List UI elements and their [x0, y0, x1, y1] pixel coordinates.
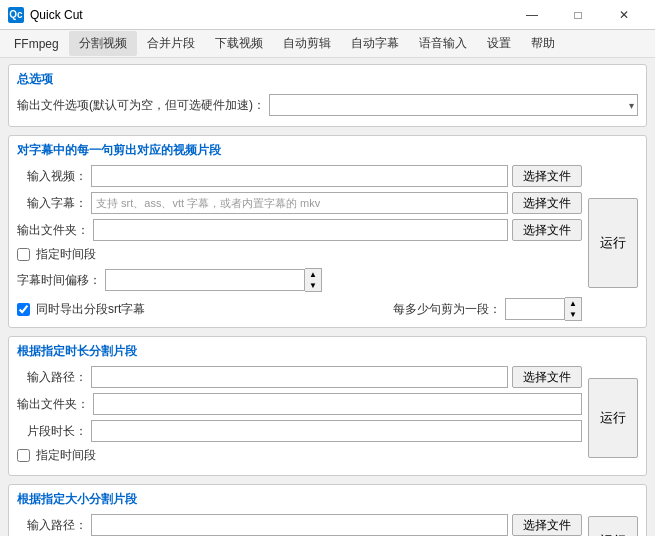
general-section: 总选项 输出文件选项(默认可为空，但可选硬件加速)： — [8, 64, 647, 127]
menu-settings[interactable]: 设置 — [477, 31, 521, 56]
menu-auto-cut[interactable]: 自动剪辑 — [273, 31, 341, 56]
subtitle-cut-body: 输入视频： 选择文件 输入字幕： 选择文件 输出文件夹： 选择文件 — [17, 165, 638, 321]
size-cut-body: 输入路径： 选择文件 输出文件夹： 运行 — [17, 514, 638, 536]
subtitle-cut-run-container: 运行 — [588, 165, 638, 321]
subtitle-offset-label: 字幕时间偏移： — [17, 272, 101, 289]
segments-part: 每多少句剪为一段： 1 ▲ ▼ — [393, 297, 582, 321]
duration-cut-section: 根据指定时长分割片段 输入路径： 选择文件 输出文件夹： 片段时长： — [8, 336, 647, 476]
main-content: 总选项 输出文件选项(默认可为空，但可选硬件加速)： 对字幕中的每一句剪出对应的… — [0, 58, 655, 536]
size-input-path-row: 输入路径： 选择文件 — [17, 514, 582, 536]
menu-download-video[interactable]: 下载视频 — [205, 31, 273, 56]
size-input-path-label: 输入路径： — [17, 517, 87, 534]
segments-up-button[interactable]: ▲ — [565, 298, 581, 309]
duration-cut-run-button[interactable]: 运行 — [588, 378, 638, 458]
export-subtitle-checkbox[interactable] — [17, 303, 30, 316]
input-subtitle-row: 输入字幕： 选择文件 — [17, 192, 582, 214]
duration-output-folder-label: 输出文件夹： — [17, 396, 89, 413]
duration-input-path-field[interactable] — [91, 366, 508, 388]
title-bar: Qc Quick Cut — □ ✕ — [0, 0, 655, 30]
segments-label: 每多少句剪为一段： — [393, 301, 501, 318]
select-folder-button[interactable]: 选择文件 — [512, 219, 582, 241]
close-button[interactable]: ✕ — [601, 0, 647, 30]
menu-help[interactable]: 帮助 — [521, 31, 565, 56]
menu-merge-clips[interactable]: 合并片段 — [137, 31, 205, 56]
duration-cut-body: 输入路径： 选择文件 输出文件夹： 片段时长： 指定时间段 — [17, 366, 638, 469]
duration-field[interactable] — [91, 420, 582, 442]
segments-input[interactable]: 1 — [505, 298, 565, 320]
subtitle-offset-input[interactable]: 0.00 — [105, 269, 305, 291]
window-controls: — □ ✕ — [509, 0, 647, 30]
duration-output-folder-field[interactable] — [93, 393, 582, 415]
subtitle-offset-down-button[interactable]: ▼ — [305, 280, 321, 291]
segments-down-button[interactable]: ▼ — [565, 309, 581, 320]
duration-label: 片段时长： — [17, 423, 87, 440]
subtitle-cut-fields: 输入视频： 选择文件 输入字幕： 选择文件 输出文件夹： 选择文件 — [17, 165, 582, 321]
subtitle-offset-up-button[interactable]: ▲ — [305, 269, 321, 280]
output-folder-field[interactable] — [93, 219, 508, 241]
general-section-title: 总选项 — [17, 71, 638, 88]
export-segments-row: 同时导出分段srt字幕 每多少句剪为一段： 1 ▲ ▼ — [17, 297, 582, 321]
size-cut-fields: 输入路径： 选择文件 输出文件夹： — [17, 514, 582, 536]
subtitle-cut-section: 对字幕中的每一句剪出对应的视频片段 输入视频： 选择文件 输入字幕： 选择文件 … — [8, 135, 647, 328]
specify-time-range-row: 指定时间段 — [17, 246, 582, 263]
subtitle-offset-row: 字幕时间偏移： 0.00 ▲ ▼ — [17, 268, 582, 292]
duration-cut-title: 根据指定时长分割片段 — [17, 343, 638, 360]
menu-bar: FFmpeg 分割视频 合并片段 下载视频 自动剪辑 自动字幕 语音输入 设置 … — [0, 30, 655, 58]
size-select-file-button[interactable]: 选择文件 — [512, 514, 582, 536]
size-cut-title: 根据指定大小分割片段 — [17, 491, 638, 508]
duration-cut-fields: 输入路径： 选择文件 输出文件夹： 片段时长： 指定时间段 — [17, 366, 582, 469]
duration-output-folder-row: 输出文件夹： — [17, 393, 582, 415]
duration-cut-run-container: 运行 — [588, 366, 638, 469]
output-folder-row: 输出文件夹： 选择文件 — [17, 219, 582, 241]
output-option-row: 输出文件选项(默认可为空，但可选硬件加速)： — [17, 94, 638, 116]
subtitle-offset-spinner: 0.00 ▲ ▼ — [105, 268, 322, 292]
export-subtitle-label: 同时导出分段srt字幕 — [36, 301, 145, 318]
minimize-button[interactable]: — — [509, 0, 555, 30]
menu-split-video[interactable]: 分割视频 — [69, 31, 137, 56]
output-folder-label: 输出文件夹： — [17, 222, 89, 239]
menu-ffmpeg[interactable]: FFmpeg — [4, 33, 69, 55]
input-video-label: 输入视频： — [17, 168, 87, 185]
input-video-row: 输入视频： 选择文件 — [17, 165, 582, 187]
duration-input-path-row: 输入路径： 选择文件 — [17, 366, 582, 388]
select-video-button[interactable]: 选择文件 — [512, 165, 582, 187]
subtitle-cut-title: 对字幕中的每一句剪出对应的视频片段 — [17, 142, 638, 159]
specify-time-range-label: 指定时间段 — [36, 246, 96, 263]
select-subtitle-button[interactable]: 选择文件 — [512, 192, 582, 214]
specify-time-range-checkbox[interactable] — [17, 248, 30, 261]
duration-input-path-label: 输入路径： — [17, 369, 87, 386]
menu-auto-subtitle[interactable]: 自动字幕 — [341, 31, 409, 56]
duration-row: 片段时长： — [17, 420, 582, 442]
menu-voice-input[interactable]: 语音输入 — [409, 31, 477, 56]
app-icon: Qc — [8, 7, 24, 23]
size-cut-run-button[interactable]: 运行 — [588, 516, 638, 536]
input-video-field[interactable] — [91, 165, 508, 187]
size-cut-section: 根据指定大小分割片段 输入路径： 选择文件 输出文件夹： 运行 — [8, 484, 647, 536]
subtitle-cut-run-button[interactable]: 运行 — [588, 198, 638, 288]
size-cut-run-container: 运行 — [588, 514, 638, 536]
duration-specify-time-range-row: 指定时间段 — [17, 447, 582, 464]
input-subtitle-field[interactable] — [91, 192, 508, 214]
output-option-select[interactable] — [269, 94, 638, 116]
size-input-path-field[interactable] — [91, 514, 508, 536]
subtitle-offset-spinner-btns: ▲ ▼ — [305, 268, 322, 292]
segments-spinner-btns: ▲ ▼ — [565, 297, 582, 321]
segments-spinner: 1 ▲ ▼ — [505, 297, 582, 321]
app-title: Quick Cut — [30, 8, 509, 22]
output-option-select-wrapper — [269, 94, 638, 116]
input-subtitle-label: 输入字幕： — [17, 195, 87, 212]
duration-specify-time-range-checkbox[interactable] — [17, 449, 30, 462]
duration-specify-time-range-label: 指定时间段 — [36, 447, 96, 464]
export-subtitle-part: 同时导出分段srt字幕 — [17, 301, 385, 318]
duration-select-file-button[interactable]: 选择文件 — [512, 366, 582, 388]
maximize-button[interactable]: □ — [555, 0, 601, 30]
output-option-label: 输出文件选项(默认可为空，但可选硬件加速)： — [17, 97, 265, 114]
